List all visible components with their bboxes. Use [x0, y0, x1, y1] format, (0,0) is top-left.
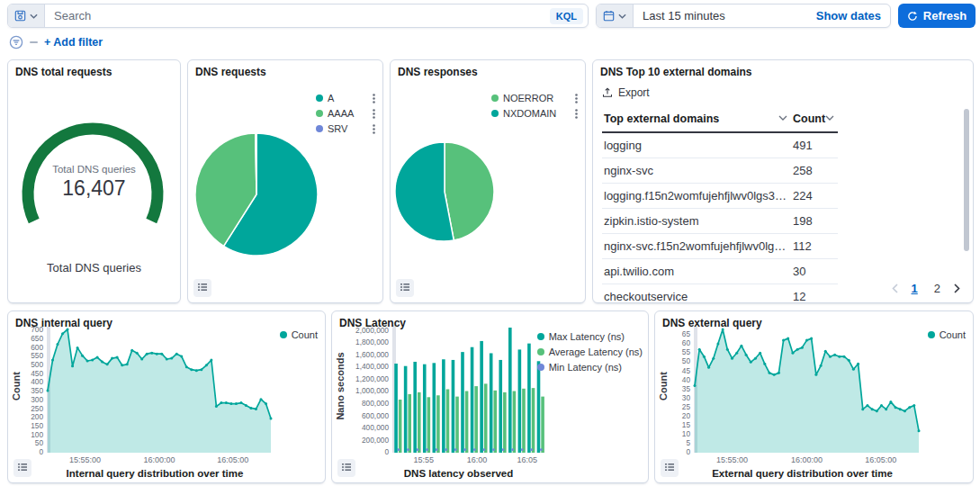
table-row: api.twilio.com30	[602, 259, 838, 284]
gauge-center-text: Total DNS queries 16,407	[8, 163, 180, 201]
show-dates-button[interactable]: Show dates	[807, 4, 890, 27]
svg-text:400,000: 400,000	[362, 423, 389, 432]
svg-text:50: 50	[35, 438, 44, 447]
panel-dns-external-query: DNS external query Count 051015202530354…	[654, 310, 974, 483]
domain-cell: api.twilio.com	[602, 259, 791, 284]
legend: Count	[928, 329, 966, 340]
svg-text:350: 350	[31, 386, 43, 395]
legend-item-srv[interactable]: SRV	[316, 123, 375, 134]
top-domains-table: Top external domains Count logging491ngi…	[602, 107, 838, 303]
legend-item-min-latency-ns-[interactable]: Min Latency (ns)	[537, 362, 643, 373]
previous-page-icon[interactable]	[892, 284, 898, 293]
svg-text:200: 200	[31, 412, 43, 421]
svg-text:30: 30	[682, 393, 691, 402]
top-query-bar: KQL Last 15 minutes Show dates Refresh	[7, 4, 976, 28]
legend: Max Latency (ns) Average Latency (ns) Mi…	[537, 331, 643, 373]
svg-text:300: 300	[31, 395, 43, 404]
svg-text:10: 10	[682, 429, 691, 438]
legend-item-aaaa[interactable]: AAAA	[316, 108, 375, 119]
legend-options-kebab-icon[interactable]	[566, 109, 578, 119]
column-header-count[interactable]: Count	[791, 107, 838, 132]
panel-title: DNS external query	[662, 317, 762, 329]
refresh-button-label: Refresh	[923, 9, 967, 22]
legend-item-a[interactable]: A	[316, 93, 375, 104]
legend-toggle-button[interactable]	[337, 459, 355, 477]
legend-toggle-button[interactable]	[661, 459, 679, 477]
svg-text:500: 500	[31, 360, 43, 369]
svg-text:65: 65	[682, 329, 691, 338]
x-axis-title: External query distribution over time	[682, 468, 922, 479]
domain-cell: checkoutservice	[602, 284, 791, 304]
legend: A AAAA SRV	[316, 93, 375, 134]
svg-text:20: 20	[682, 411, 691, 420]
legend-dot	[316, 94, 323, 102]
date-quick-menu-button[interactable]	[597, 4, 634, 27]
internal-query-area-chart[interactable]: 0501001502002503003504004505005506006507…	[8, 311, 325, 482]
filter-icon[interactable]	[9, 35, 23, 50]
svg-text:16:05:00: 16:05:00	[217, 455, 248, 464]
svg-text:600,000: 600,000	[362, 411, 389, 420]
add-filter-button[interactable]: + Add filter	[44, 36, 103, 49]
legend-label: Average Latency (ns)	[549, 346, 643, 357]
filter-bar: + Add filter	[9, 34, 103, 50]
svg-text:1,000,000: 1,000,000	[355, 386, 389, 395]
legend-item-count[interactable]: Count	[280, 329, 318, 340]
legend-item-max-latency-ns-[interactable]: Max Latency (ns)	[537, 331, 643, 342]
table-scrollbar[interactable]	[964, 109, 969, 251]
svg-text:15:55:00: 15:55:00	[69, 455, 101, 464]
svg-text:250: 250	[31, 404, 43, 413]
svg-text:45: 45	[682, 366, 691, 375]
refresh-button[interactable]: Refresh	[898, 4, 976, 28]
domain-cell: logging	[602, 132, 791, 158]
legend-toggle-button[interactable]	[193, 279, 211, 297]
legend-options-kebab-icon[interactable]	[364, 94, 375, 104]
legend-toggle-button[interactable]	[396, 279, 414, 297]
legend-label: Count	[940, 329, 966, 340]
svg-text:200,000: 200,000	[362, 436, 389, 445]
table-row: logging491	[602, 132, 838, 158]
external-query-area-chart[interactable]: 0510152025303540455055606515:55:0016:00:…	[655, 311, 973, 482]
svg-text:16:00: 16:00	[467, 455, 488, 464]
legend-label: Max Latency (ns)	[549, 331, 625, 342]
panel-dns-requests: DNS requests A AAAA SRV	[187, 59, 383, 303]
kql-language-button[interactable]: KQL	[550, 8, 583, 24]
legend-item-average-latency-ns-[interactable]: Average Latency (ns)	[537, 346, 643, 357]
svg-text:16:05: 16:05	[517, 455, 537, 464]
legend-options-kebab-icon[interactable]	[364, 124, 375, 134]
legend-label: Min Latency (ns)	[549, 362, 622, 373]
svg-text:0: 0	[384, 447, 389, 456]
svg-text:15:55:00: 15:55:00	[716, 455, 748, 464]
page-1-button[interactable]: 1	[909, 281, 921, 296]
chevron-down-icon	[618, 14, 626, 19]
svg-text:16:00:00: 16:00:00	[791, 455, 823, 464]
saved-query-icon	[14, 10, 26, 22]
export-button[interactable]: Export	[602, 86, 650, 99]
svg-text:1,600,000: 1,600,000	[355, 350, 389, 359]
svg-text:1,800,000: 1,800,000	[355, 338, 389, 346]
time-range-value[interactable]: Last 15 minutes	[634, 4, 807, 27]
svg-text:800,000: 800,000	[362, 399, 389, 408]
legend-options-kebab-icon[interactable]	[566, 94, 578, 104]
svg-text:35: 35	[682, 384, 691, 393]
legend-toggle-button[interactable]	[13, 459, 31, 477]
legend-item-noerror[interactable]: NOERROR	[491, 93, 578, 104]
x-axis-title: DNS latency observed	[368, 468, 549, 479]
column-header-domains[interactable]: Top external domains	[602, 107, 791, 132]
search-input[interactable]	[45, 4, 550, 27]
legend-options-kebab-icon[interactable]	[364, 109, 375, 119]
count-cell: 224	[791, 184, 838, 209]
saved-query-menu-button[interactable]	[8, 4, 45, 27]
x-axis-title: Internal query distribution over time	[35, 468, 274, 479]
y-axis-label: Count	[10, 320, 22, 452]
count-cell: 491	[791, 132, 838, 158]
table-row: checkoutservice12	[602, 284, 838, 304]
legend-item-count[interactable]: Count	[928, 329, 966, 340]
legend-item-nxdomain[interactable]: NXDOMAIN	[491, 108, 578, 119]
legend-label: Count	[292, 329, 318, 340]
next-page-icon[interactable]	[954, 284, 960, 293]
y-axis-label: Count	[657, 320, 670, 452]
page-2-button[interactable]: 2	[931, 281, 943, 296]
svg-text:1,200,000: 1,200,000	[355, 374, 389, 383]
svg-text:16:00:00: 16:00:00	[143, 455, 175, 464]
panel-title: DNS responses	[398, 66, 478, 78]
